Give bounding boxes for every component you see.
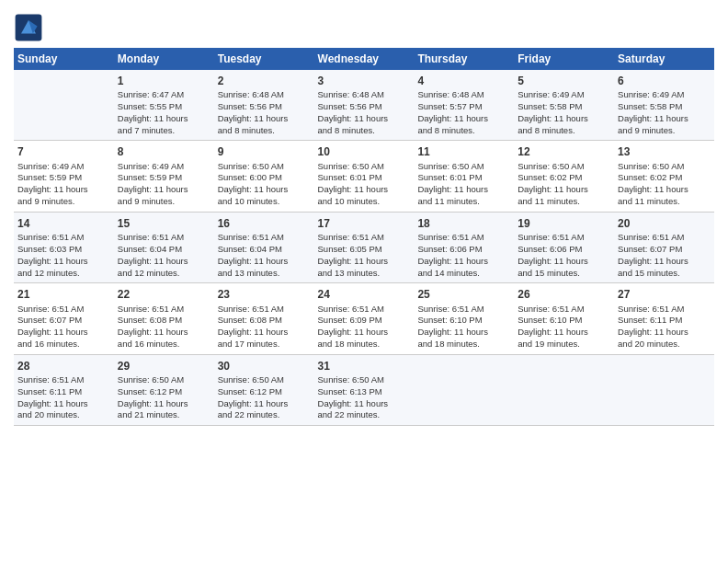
day-info: Sunrise: 6:51 AM: [17, 232, 110, 244]
day-info: and 10 minutes.: [218, 196, 311, 208]
day-cell: 2Sunrise: 6:48 AMSunset: 5:56 PMDaylight…: [214, 70, 314, 141]
day-cell: 14Sunrise: 6:51 AMSunset: 6:03 PMDayligh…: [14, 212, 114, 282]
day-info: Daylight: 11 hours: [118, 113, 210, 125]
day-number: 4: [417, 74, 510, 88]
day-info: Sunrise: 6:50 AM: [417, 161, 510, 173]
day-info: Sunrise: 6:49 AM: [118, 161, 210, 173]
day-info: Sunrise: 6:51 AM: [417, 232, 510, 244]
day-info: Daylight: 11 hours: [417, 256, 510, 268]
day-info: Sunset: 6:07 PM: [618, 244, 711, 256]
day-info: and 18 minutes.: [417, 339, 510, 350]
day-info: Daylight: 11 hours: [417, 184, 510, 196]
day-info: Sunset: 5:56 PM: [218, 101, 311, 113]
day-number: 6: [618, 74, 711, 88]
day-info: and 11 minutes.: [518, 196, 610, 208]
day-info: Sunrise: 6:49 AM: [618, 89, 711, 101]
day-info: Daylight: 11 hours: [417, 113, 510, 125]
day-number: 23: [218, 287, 311, 302]
day-number: 12: [518, 144, 610, 159]
day-info: Sunrise: 6:51 AM: [218, 232, 311, 244]
day-info: Sunset: 6:06 PM: [417, 244, 510, 256]
day-info: Sunset: 5:57 PM: [417, 101, 510, 113]
day-number: 8: [118, 144, 210, 159]
day-info: and 8 minutes.: [218, 125, 311, 137]
day-info: and 9 minutes.: [618, 125, 711, 137]
calendar-table: SundayMondayTuesdayWednesdayThursdayFrid…: [14, 48, 714, 426]
day-info: and 22 minutes.: [218, 409, 311, 421]
day-number: 22: [118, 287, 210, 302]
day-info: Daylight: 11 hours: [618, 184, 711, 196]
day-info: Daylight: 11 hours: [417, 327, 510, 339]
day-cell: [614, 354, 714, 425]
day-info: Sunrise: 6:49 AM: [518, 89, 610, 101]
day-info: Sunset: 6:05 PM: [318, 244, 411, 256]
day-cell: 5Sunrise: 6:49 AMSunset: 5:58 PMDaylight…: [514, 70, 614, 141]
day-info: and 10 minutes.: [318, 196, 411, 208]
header-cell-tuesday: Tuesday: [214, 48, 314, 70]
day-cell: 29Sunrise: 6:50 AMSunset: 6:12 PMDayligh…: [114, 354, 214, 425]
day-info: Sunset: 5:56 PM: [318, 101, 411, 113]
day-number: 24: [318, 287, 411, 302]
day-info: and 8 minutes.: [518, 125, 610, 137]
day-info: Daylight: 11 hours: [318, 327, 411, 339]
day-number: 14: [17, 216, 110, 231]
day-info: Daylight: 11 hours: [17, 327, 110, 339]
header-cell-thursday: Thursday: [414, 48, 514, 70]
day-info: Sunrise: 6:50 AM: [318, 161, 411, 173]
day-info: Daylight: 11 hours: [218, 327, 311, 339]
day-info: and 12 minutes.: [118, 268, 210, 280]
day-info: Sunrise: 6:51 AM: [318, 232, 411, 244]
day-info: Sunrise: 6:50 AM: [618, 161, 711, 173]
day-info: Sunrise: 6:51 AM: [17, 304, 110, 316]
day-cell: 7Sunrise: 6:49 AMSunset: 5:59 PMDaylight…: [14, 141, 114, 212]
day-info: and 16 minutes.: [118, 339, 210, 350]
logo-icon: [14, 13, 43, 42]
day-cell: 8Sunrise: 6:49 AMSunset: 5:59 PMDaylight…: [114, 141, 214, 212]
day-info: and 17 minutes.: [218, 339, 311, 350]
day-info: Sunrise: 6:49 AM: [17, 161, 110, 173]
header: [14, 9, 714, 42]
day-info: Sunset: 6:01 PM: [318, 172, 411, 184]
day-number: 30: [218, 359, 311, 373]
day-cell: [414, 354, 514, 425]
day-info: Daylight: 11 hours: [318, 184, 411, 196]
day-info: Sunrise: 6:50 AM: [318, 374, 411, 386]
day-info: Sunrise: 6:51 AM: [618, 304, 711, 316]
day-number: 7: [17, 144, 110, 159]
week-row-2: 7Sunrise: 6:49 AMSunset: 5:59 PMDaylight…: [14, 141, 714, 212]
day-info: and 20 minutes.: [17, 409, 110, 421]
day-info: Sunrise: 6:48 AM: [218, 89, 311, 101]
day-number: 11: [417, 144, 510, 159]
day-info: and 11 minutes.: [417, 196, 510, 208]
day-number: 20: [618, 216, 711, 231]
day-info: Sunset: 6:10 PM: [417, 315, 510, 327]
day-info: Daylight: 11 hours: [118, 184, 210, 196]
day-cell: 10Sunrise: 6:50 AMSunset: 6:01 PMDayligh…: [314, 141, 415, 212]
day-info: Sunrise: 6:48 AM: [318, 89, 411, 101]
day-info: and 16 minutes.: [17, 339, 110, 350]
day-info: Sunrise: 6:51 AM: [518, 304, 610, 316]
day-info: Sunset: 6:12 PM: [118, 386, 210, 398]
day-cell: 20Sunrise: 6:51 AMSunset: 6:07 PMDayligh…: [614, 212, 714, 282]
day-cell: 11Sunrise: 6:50 AMSunset: 6:01 PMDayligh…: [414, 141, 514, 212]
day-info: Sunset: 6:06 PM: [518, 244, 610, 256]
day-info: Sunrise: 6:51 AM: [518, 232, 610, 244]
day-info: Sunset: 6:03 PM: [17, 244, 110, 256]
day-info: Daylight: 11 hours: [118, 256, 210, 268]
day-info: Daylight: 11 hours: [318, 256, 411, 268]
header-cell-wednesday: Wednesday: [314, 48, 415, 70]
day-info: Daylight: 11 hours: [17, 256, 110, 268]
day-number: 29: [118, 359, 210, 373]
day-number: 10: [318, 144, 411, 159]
day-cell: [514, 354, 614, 425]
day-number: 26: [518, 287, 610, 302]
day-cell: 15Sunrise: 6:51 AMSunset: 6:04 PMDayligh…: [114, 212, 214, 282]
day-cell: 30Sunrise: 6:50 AMSunset: 6:12 PMDayligh…: [214, 354, 314, 425]
day-cell: 22Sunrise: 6:51 AMSunset: 6:08 PMDayligh…: [114, 283, 214, 354]
day-info: and 9 minutes.: [17, 196, 110, 208]
day-cell: 17Sunrise: 6:51 AMSunset: 6:05 PMDayligh…: [314, 212, 415, 282]
day-info: Sunrise: 6:51 AM: [17, 374, 110, 386]
day-info: Sunset: 6:09 PM: [318, 315, 411, 327]
day-number: 25: [417, 287, 510, 302]
day-number: 28: [17, 359, 110, 373]
